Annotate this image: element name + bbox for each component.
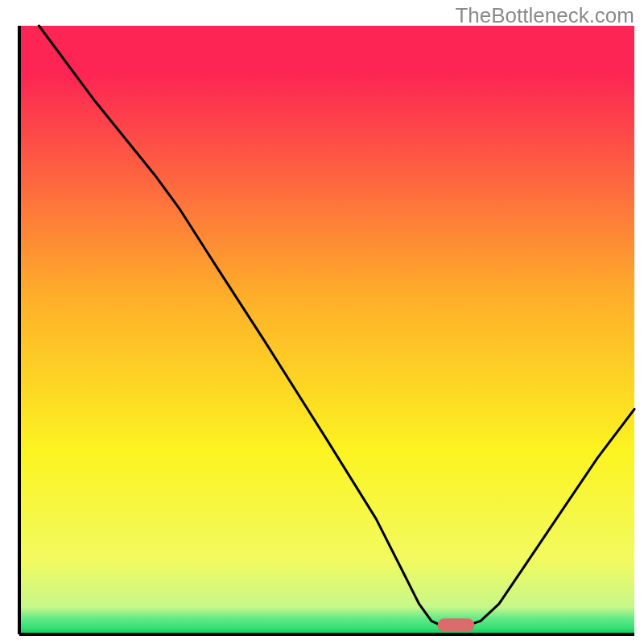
plot-background: [19, 26, 634, 634]
chart-container: TheBottleneck.com: [0, 0, 644, 644]
optimal-marker: [438, 618, 475, 632]
bottleneck-chart: [0, 0, 644, 644]
watermark-text: TheBottleneck.com: [455, 3, 634, 28]
